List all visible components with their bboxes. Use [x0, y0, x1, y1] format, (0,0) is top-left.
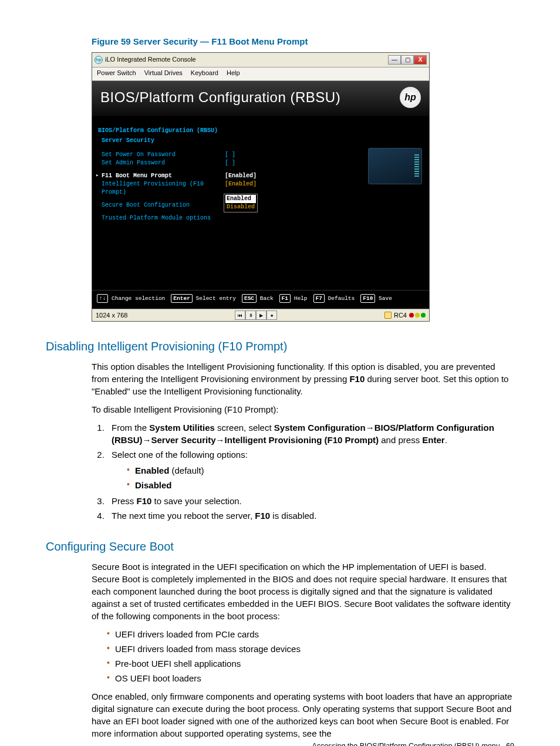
bios-row-label[interactable]: Set Power On Password	[102, 151, 225, 159]
key-esc-icon: ESC	[242, 294, 257, 303]
window-title: iLO Integrated Remote Console	[105, 55, 196, 64]
bios-row-value: [ ]	[225, 151, 235, 159]
para: This option disables the Intelligent Pro…	[92, 360, 514, 397]
key-f7-icon: F7	[313, 294, 325, 303]
status-encryption: RC4	[394, 311, 407, 320]
hp-logo-icon: hp	[400, 87, 421, 108]
list-item: Select one of the following options: Ena…	[107, 448, 514, 491]
key-f10-icon: F10	[360, 294, 375, 303]
bios-footer-keys: ↑↓ Change selection Enter Select entry E…	[92, 290, 429, 309]
sb-btn[interactable]: ▶	[256, 310, 266, 320]
bios-row-label[interactable]: Intelligent Provisioning (F10 Prompt)	[102, 180, 225, 197]
bios-dropdown[interactable]: Enabled Disabled	[224, 194, 258, 212]
figure-caption: Figure 59 Server Security — F11 Boot Men…	[92, 35, 514, 48]
bios-banner: BIOS/Platform Configuration (RBSU) hp	[92, 81, 429, 116]
lock-icon	[384, 312, 392, 319]
key-label: Defaults	[328, 295, 355, 302]
bios-row-label[interactable]: Secure Boot Configuration	[102, 201, 225, 210]
list-item: The next time you reboot the server, F10…	[107, 509, 514, 522]
list-item: UEFI drivers loaded from mass storage de…	[107, 643, 514, 655]
window-menubar: Power Switch Virtual Drives Keyboard Hel…	[92, 67, 429, 81]
sb-btn[interactable]: ●	[266, 310, 277, 320]
key-f1-icon: F1	[279, 294, 291, 303]
window-titlebar: hp iLO Integrated Remote Console — ▢ X	[92, 53, 429, 67]
status-resolution: 1024 x 768	[96, 311, 127, 320]
bios-row-label[interactable]: F11 Boot Menu Prompt	[102, 172, 225, 180]
list-item: Press F10 to save your selection.	[107, 495, 514, 507]
para: Once enabled, only firmware components a…	[92, 690, 514, 740]
key-label: Change selection	[112, 295, 165, 302]
key-label: Select entry	[196, 295, 236, 302]
list-item: Enabled (default)	[127, 464, 514, 477]
menu-virtual-drives[interactable]: Virtual Drives	[144, 69, 183, 79]
key-label: Help	[294, 295, 308, 302]
section-heading-1: Disabling Intelligent Provisioning (F10 …	[46, 338, 514, 355]
bios-row-value: [Enabled]	[225, 172, 257, 180]
selection-arrow-icon: ▸	[96, 172, 99, 180]
close-button[interactable]: X	[414, 55, 427, 65]
key-arrows-icon: ↑↓	[97, 294, 108, 303]
sb-btn[interactable]: ⏸	[245, 310, 256, 320]
para: Secure Boot is integrated in the UEFI sp…	[92, 561, 514, 622]
list-item: Disabled	[127, 479, 514, 491]
bios-row-value: [ ]	[225, 159, 235, 167]
key-label: Save	[379, 295, 392, 302]
status-dot-icon	[415, 313, 420, 318]
sb-btn[interactable]: ⏮	[235, 310, 245, 320]
bios-body: BIOS/Platform Configuration (RBSU) Serve…	[92, 116, 429, 290]
para: To disable Intelligent Provisioning (F10…	[92, 403, 514, 416]
window-statusbar: 1024 x 768 ⏮ ⏸ ▶ ● RC4	[92, 309, 429, 321]
menu-keyboard[interactable]: Keyboard	[191, 69, 218, 79]
page-footer: Accessing the BIOS/Platform Configuratio…	[312, 741, 514, 746]
menu-help[interactable]: Help	[227, 69, 240, 79]
dropdown-option-enabled[interactable]: Enabled	[225, 195, 256, 203]
menu-power-switch[interactable]: Power Switch	[97, 69, 136, 79]
screenshot-window: hp iLO Integrated Remote Console — ▢ X P…	[92, 52, 430, 322]
bios-row-label[interactable]: Trusted Platform Module options	[102, 214, 225, 222]
bios-breadcrumb-1: BIOS/Platform Configuration (RBSU)	[98, 127, 423, 135]
list-item: Pre-boot UEFI shell applications	[107, 657, 514, 670]
server-image	[368, 148, 422, 184]
key-enter-icon: Enter	[171, 294, 193, 303]
steps-list: From the System Utilities screen, select…	[92, 421, 514, 522]
section-heading-2: Configuring Secure Boot	[46, 538, 514, 555]
bios-breadcrumb-2: Server Security	[102, 137, 423, 145]
list-item: UEFI drivers loaded from PCIe cards	[107, 628, 514, 640]
maximize-button[interactable]: ▢	[401, 55, 414, 65]
status-dot-icon	[409, 313, 414, 318]
key-label: Back	[260, 295, 274, 302]
bullet-list: UEFI drivers loaded from PCIe cards UEFI…	[92, 628, 514, 684]
status-dot-icon	[421, 313, 426, 318]
minimize-button[interactable]: —	[388, 55, 401, 65]
bios-row-label[interactable]: Set Admin Password	[102, 159, 225, 167]
dropdown-option-disabled[interactable]: Disabled	[225, 203, 256, 211]
hp-small-icon: hp	[95, 56, 103, 64]
list-item: From the System Utilities screen, select…	[107, 421, 514, 446]
bios-banner-title: BIOS/Platform Configuration (RBSU)	[100, 87, 340, 107]
list-item: OS UEFI boot loaders	[107, 672, 514, 684]
